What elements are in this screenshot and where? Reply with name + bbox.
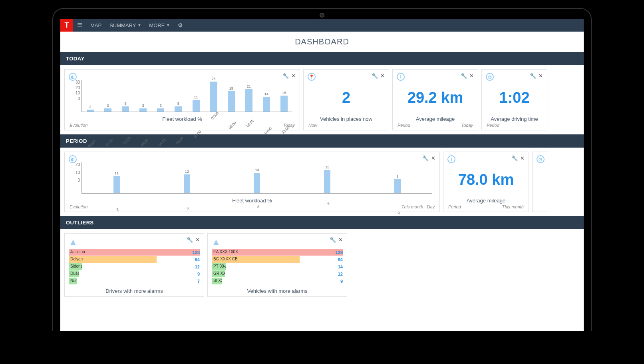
outlier-row: EA XXX 100X 129	[212, 249, 343, 256]
card-title: Average mileage	[448, 196, 524, 204]
card-title: Average mileage	[398, 114, 473, 122]
card-lfoot: Period	[487, 123, 499, 128]
kpi-value: 29.2 km	[398, 73, 473, 114]
outlier-name: EA XXX 100X	[212, 249, 343, 256]
kpi-card: i 🔧✕ 29.2 km Average mileage PeriodToday	[392, 69, 478, 130]
outlier-name: GR XXX 0000	[212, 270, 225, 277]
bar: 5 05:00	[170, 102, 187, 112]
close-icon[interactable]: ✕	[539, 73, 543, 79]
bar-rect	[245, 89, 252, 112]
info-icon: i	[397, 73, 405, 81]
card-lfoot: Period	[398, 123, 410, 128]
wrench-icon[interactable]: 🔧	[330, 237, 336, 243]
outlier-row: Sideris 12	[69, 263, 200, 270]
kpi-card: 📍 🔧✕ 2 Vehicles in places now Now	[303, 69, 389, 130]
card-title: Vehicles in places now	[308, 114, 384, 122]
bar-rect	[184, 174, 190, 193]
outlier-row: GR XXX 0000 12	[212, 270, 343, 277]
today-chart: 3020100 2 00:00 3 01:00 5 02:00 3 03:00 …	[70, 73, 295, 114]
logo[interactable]: T	[60, 19, 73, 32]
bar: 14 10:00	[258, 92, 275, 112]
nav-summary-label: SUMMARY	[109, 22, 136, 28]
bar: 2 00:00	[82, 105, 99, 112]
hamburger-menu-icon[interactable]: ☰	[73, 22, 86, 29]
bar-rect	[324, 170, 330, 194]
bar-value: 2	[89, 105, 91, 109]
close-icon[interactable]: ✕	[520, 155, 525, 161]
bar-rect	[175, 106, 182, 112]
bar-rect	[263, 97, 270, 112]
card-partial: ◔	[532, 152, 548, 212]
bar: 11 06:00	[187, 95, 204, 112]
bar-rect	[104, 108, 111, 112]
outlier-row: Dušan 9	[69, 270, 200, 277]
bar-value: 3	[142, 104, 144, 108]
bar: 11 2	[87, 171, 147, 193]
info-icon: i	[447, 155, 455, 163]
bar-rect	[113, 176, 120, 193]
bar: 3 01:00	[99, 104, 116, 112]
card-vehicles-alarms: 🔧✕ ▲ EA XXX 100X 129 BG XXXX CB 94 PT 00…	[207, 233, 347, 297]
bar: 28 07:00	[205, 77, 222, 112]
device-camera	[320, 13, 324, 18]
card-rfoot: Today	[461, 123, 473, 128]
card-title: Fleet workload %	[70, 114, 295, 122]
wrench-icon[interactable]: 🔧	[461, 73, 467, 79]
outlier-count: 9	[197, 272, 200, 276]
outlier-count: 12	[338, 272, 343, 276]
outlier-count: 12	[195, 264, 200, 269]
section-period: PERIOD	[60, 134, 584, 148]
period-chart: 20100 11 2 12 3 13 4 15 5 9 9	[70, 155, 435, 196]
wrench-icon[interactable]: 🔧	[530, 73, 536, 79]
outlier-count: 7	[197, 279, 200, 284]
card-today-workload: ◐ 🔧✕ 3020100 2 00:00 3 01:00 5 02:00 3 0…	[64, 69, 300, 130]
close-icon[interactable]: ✕	[380, 73, 385, 79]
close-icon[interactable]: ✕	[338, 237, 343, 243]
outlier-count: 9	[340, 279, 343, 284]
nav-map[interactable]: MAP	[86, 22, 105, 28]
bar-value: 11	[194, 95, 198, 99]
bar: 15 11:00	[276, 91, 292, 112]
bar-value: 11	[115, 171, 119, 175]
bar-value: 15	[282, 91, 286, 95]
outlier-row: Jackson 128	[69, 249, 200, 256]
pin-icon: 📍	[308, 73, 316, 81]
outlier-cards: 🔧✕ ▲ Jackson 128 Delyan 94 Sideris 12 Du…	[60, 229, 584, 301]
bar-value: 14	[264, 92, 268, 96]
y-axis: 20100	[71, 162, 80, 182]
kpi-value: 78.0 km	[448, 155, 524, 196]
card-lfoot: Evolution	[70, 123, 87, 128]
nav-more[interactable]: MORE▼	[145, 22, 174, 28]
wrench-icon[interactable]: 🔧	[511, 155, 518, 161]
card-drivers-alarms: 🔧✕ ▲ Jackson 128 Delyan 94 Sideris 12 Du…	[64, 233, 204, 297]
card-title: Vehicles with more alarms	[212, 285, 343, 294]
gear-icon[interactable]: ⚙	[174, 22, 187, 28]
bar-rect	[228, 91, 235, 112]
outlier-name: Jackson	[69, 249, 200, 256]
outlier-name: Nuno	[69, 278, 77, 284]
bar-value: 15	[325, 165, 329, 169]
bar-value: 13	[255, 168, 259, 172]
bar-value: 5	[177, 102, 179, 106]
outlier-name: SI XX-XXXX	[212, 278, 222, 284]
bar-value: 28	[212, 77, 216, 81]
bar-rect	[193, 100, 200, 112]
outlier-row: Delyan 94	[69, 256, 200, 263]
nav-more-label: MORE	[149, 22, 165, 28]
bar-value: 19	[229, 86, 233, 90]
close-icon[interactable]: ✕	[469, 73, 474, 79]
bar: 15 5	[297, 165, 357, 194]
bar: 3 03:00	[135, 104, 151, 112]
nav-summary[interactable]: SUMMARY▼	[105, 22, 145, 28]
close-icon[interactable]: ✕	[195, 237, 200, 243]
card-title: Fleet workload %	[70, 196, 435, 204]
bar-value: 21	[247, 84, 251, 88]
bar: 12 3	[157, 170, 217, 193]
bar: 13 4	[227, 168, 287, 193]
wrench-icon[interactable]: 🔧	[372, 73, 378, 79]
wrench-icon[interactable]: 🔧	[187, 237, 193, 243]
clock-icon: ◔	[486, 73, 494, 81]
bar: 3 04:00	[152, 104, 169, 112]
bar-value: 5	[125, 102, 127, 106]
page-title: DASHBOARD	[60, 32, 584, 52]
